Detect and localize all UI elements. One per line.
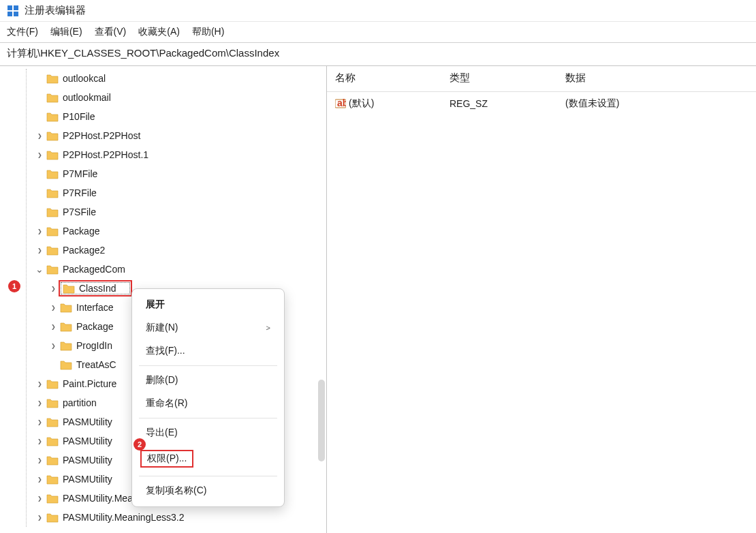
col-header-type[interactable]: 类型 xyxy=(441,69,557,87)
values-list-pane: 名称 类型 数据 ab (默认) REG_SZ (数值未设置) xyxy=(327,66,756,533)
tree-item-label: PASMUtility xyxy=(63,416,112,427)
folder-icon xyxy=(63,284,75,294)
tree-expand-toggle[interactable]: ❯ xyxy=(35,514,43,520)
menu-favorites[interactable]: 收藏夹(A) xyxy=(138,26,180,38)
tree-item-label: PASMUtility xyxy=(63,436,112,446)
folder-icon xyxy=(46,455,59,466)
tree-item-label: P7MFile xyxy=(63,168,97,179)
titlebar: 注册表编辑器 xyxy=(0,0,756,22)
tree-item-label: ClassInd xyxy=(79,283,116,294)
tree-item-label: P2PHost.P2PHost xyxy=(63,130,140,141)
tree-item-label: ProgIdIn xyxy=(76,340,112,351)
svg-rect-0 xyxy=(7,5,12,10)
context-menu: 展开 新建(N)> 查找(F)... 删除(D) 重命名(R) 导出(E) 权限… xyxy=(131,288,285,507)
menu-help[interactable]: 帮助(H) xyxy=(192,26,224,38)
chevron-right-icon: > xyxy=(266,324,270,332)
tree-expand-toggle[interactable]: ❯ xyxy=(35,247,43,253)
tree-item[interactable]: ❯Package2 xyxy=(14,241,326,260)
context-find[interactable]: 查找(F)... xyxy=(132,339,284,363)
tree-expand-toggle[interactable]: ❯ xyxy=(35,476,43,482)
col-header-data[interactable]: 数据 xyxy=(557,69,756,87)
context-rename[interactable]: 重命名(R) xyxy=(132,392,284,415)
folder-icon xyxy=(60,360,72,370)
folder-icon xyxy=(46,436,59,446)
tree-item-label: P10File xyxy=(63,111,95,122)
tree-item[interactable]: ❯P2PHost.P2PHost xyxy=(14,126,326,145)
context-delete[interactable]: 删除(D) xyxy=(132,369,284,392)
menu-edit[interactable]: 编辑(E) xyxy=(50,26,82,38)
tree-expand-toggle[interactable]: ❯ xyxy=(35,380,43,386)
svg-rect-1 xyxy=(14,5,18,10)
tree-item[interactable]: P7SFile xyxy=(14,202,326,222)
tree-item[interactable]: outlookmail xyxy=(14,88,326,107)
registry-editor-icon xyxy=(7,5,19,17)
tree-expand-toggle[interactable]: ❯ xyxy=(49,342,57,348)
context-copy-key-name[interactable]: 复制项名称(C) xyxy=(132,479,284,502)
folder-icon xyxy=(46,493,59,504)
tree-expand-toggle[interactable]: ❯ xyxy=(35,438,43,444)
folder-icon xyxy=(46,226,59,237)
tree-item-label: Paint.Picture xyxy=(63,378,116,389)
menu-view[interactable]: 查看(V) xyxy=(95,26,127,38)
tree-expand-toggle[interactable]: ❯ xyxy=(35,132,43,138)
tree-item-label: Package xyxy=(63,226,99,237)
value-row[interactable]: ab (默认) REG_SZ (数值未设置) xyxy=(327,92,756,115)
tree-item[interactable]: P10File xyxy=(14,107,326,126)
tree-expand-toggle[interactable]: ❯ xyxy=(35,228,43,234)
tree-expand-toggle[interactable]: ❯ xyxy=(35,418,43,425)
string-value-icon: ab xyxy=(335,98,346,109)
tree-item[interactable]: ⌄PackagedCom xyxy=(14,260,326,279)
col-header-name[interactable]: 名称 xyxy=(327,69,441,87)
folder-icon xyxy=(46,245,59,256)
content-area: outlookcaloutlookmailP10File❯P2PHost.P2P… xyxy=(0,66,756,533)
tree-item-label: PASMUtility xyxy=(63,455,112,466)
tree-item-label: partition xyxy=(63,397,97,408)
tree-item-label: PASMUtility xyxy=(63,474,112,485)
tree-expand-toggle[interactable]: ❯ xyxy=(49,323,57,329)
folder-icon xyxy=(60,303,72,313)
folder-icon xyxy=(46,150,59,160)
folder-icon xyxy=(46,112,59,122)
tree-expand-toggle[interactable]: ❯ xyxy=(35,495,43,501)
context-separator xyxy=(139,418,277,418)
tree-item[interactable]: ❯Package xyxy=(14,222,326,241)
context-permissions[interactable]: 权限(P)... xyxy=(132,444,284,473)
values-list-header: 名称 类型 数据 xyxy=(327,66,756,92)
tree-expand-toggle[interactable]: ❯ xyxy=(49,304,57,310)
tree-item-label: P7RFile xyxy=(63,187,97,198)
tree-expand-toggle[interactable]: ❯ xyxy=(35,457,43,463)
context-new[interactable]: 新建(N)> xyxy=(132,316,284,339)
folder-icon xyxy=(46,74,59,84)
tree-item[interactable]: outlookcal xyxy=(14,69,326,88)
tree-item-label: P7SFile xyxy=(63,207,96,217)
tree-item[interactable]: ❯PASMUtility.MeaningLess3.2 xyxy=(14,508,326,527)
tree-item[interactable]: P7RFile xyxy=(14,183,326,202)
value-type: REG_SZ xyxy=(441,96,557,111)
folder-icon xyxy=(60,341,72,351)
context-separator xyxy=(139,365,277,366)
tree-expand-toggle[interactable]: ❯ xyxy=(49,285,57,291)
context-expand[interactable]: 展开 xyxy=(132,293,284,316)
tree-scrollbar[interactable] xyxy=(318,380,325,461)
menubar: 文件(F) 编辑(E) 查看(V) 收藏夹(A) 帮助(H) xyxy=(0,22,756,43)
tree-expand-toggle[interactable]: ⌄ xyxy=(34,264,45,275)
tree-expand-toggle[interactable]: ❯ xyxy=(35,151,43,157)
folder-icon xyxy=(46,379,59,389)
tree-item-label: Package2 xyxy=(63,245,105,256)
tree-item[interactable]: P7MFile xyxy=(14,164,326,183)
annotation-badge-2: 2 xyxy=(133,438,146,451)
context-separator xyxy=(139,476,277,476)
tree-item[interactable]: ❯P2PHost.P2PHost.1 xyxy=(14,145,326,164)
address-bar[interactable]: 计算机\HKEY_CLASSES_ROOT\PackagedCom\ClassI… xyxy=(0,43,756,66)
tree-item-label: TreatAsC xyxy=(76,359,116,370)
folder-icon xyxy=(60,322,72,332)
tree-item-label: outlookmail xyxy=(63,92,111,103)
menu-file[interactable]: 文件(F) xyxy=(7,26,38,38)
folder-icon xyxy=(46,188,59,198)
svg-text:ab: ab xyxy=(337,98,346,108)
tree-item-selected[interactable]: ClassInd xyxy=(59,280,132,296)
context-export[interactable]: 导出(E) xyxy=(132,421,284,444)
tree-item-label: P2PHost.P2PHost.1 xyxy=(63,149,148,160)
tree-item-label: PASMUtility.MeaningLess3.2 xyxy=(63,512,184,523)
tree-expand-toggle[interactable]: ❯ xyxy=(35,399,43,406)
